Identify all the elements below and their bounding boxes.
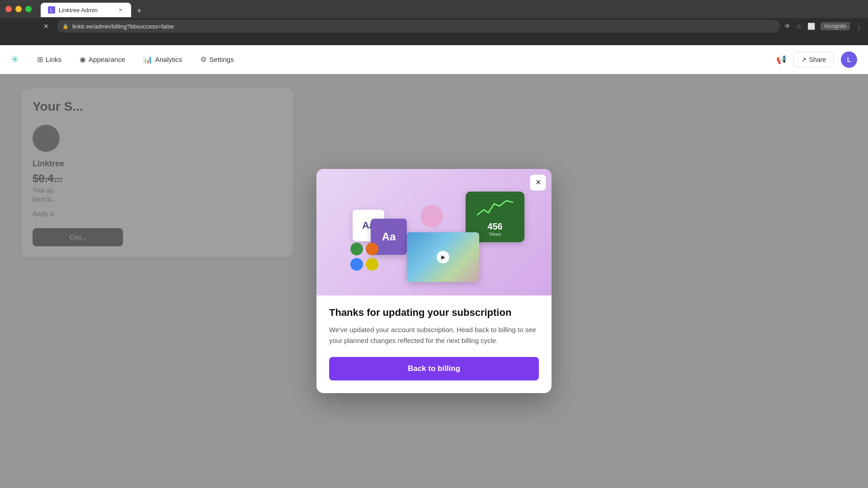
modal-overlay: ✕ Aa Aa [0, 74, 868, 488]
new-tab-btn[interactable]: + [133, 5, 146, 17]
user-avatar[interactable]: L [841, 52, 857, 68]
url-bar[interactable]: 🔒 linktr.ee/admin/billing?bbsuccess=fals… [57, 20, 780, 33]
address-bar: ← → ✕ 🔒 linktr.ee/admin/billing?bbsucces… [0, 18, 868, 34]
tab-close-btn[interactable]: ✕ [117, 6, 124, 14]
circle-yellow [366, 258, 378, 271]
illus-pink-circle [420, 205, 443, 228]
app-container: ✳ ⊞ Links ◉ Appearance 📊 Analytics ⚙ Set… [0, 45, 868, 488]
incognito-badge: Incognito [821, 22, 850, 30]
back-btn[interactable]: ← [5, 20, 18, 33]
illus-photo-card: ▶ [407, 232, 479, 282]
nav-item-settings[interactable]: ⚙ Settings [193, 52, 241, 67]
nav-item-analytics[interactable]: 📊 Analytics [136, 52, 189, 67]
reader-view-icon[interactable]: 👁 [784, 23, 791, 30]
play-button: ▶ [437, 251, 449, 263]
chart-number: 456 [487, 221, 502, 232]
nav-settings-label: Settings [209, 56, 234, 63]
close-icon: ✕ [535, 178, 541, 187]
circle-blue [350, 258, 363, 271]
circle-green [350, 243, 363, 255]
browser-titlebar: L Linktree Admin ✕ + [0, 0, 868, 18]
window-minimize-btn[interactable] [15, 6, 22, 12]
modal-title: Thanks for updating your subscription [329, 306, 539, 319]
links-icon: ⊞ [37, 55, 43, 64]
modal-body: Thanks for updating your subscription We… [316, 296, 552, 394]
back-to-billing-btn[interactable]: Back to billing [329, 357, 539, 380]
subscription-modal: ✕ Aa Aa [316, 169, 552, 394]
forward-btn[interactable]: → [23, 20, 35, 33]
nav-item-appearance[interactable]: ◉ Appearance [72, 52, 132, 67]
extension-icon[interactable]: ⬜ [807, 23, 815, 30]
modal-illustration: Aa Aa 456 [316, 169, 552, 296]
tab-favicon: L [48, 6, 55, 14]
tab-title: Linktree Admin [59, 7, 98, 14]
share-label: Share [809, 56, 826, 63]
linktree-logo: ✳ [11, 54, 19, 66]
modal-description: We've updated your account subscription.… [329, 324, 539, 346]
circle-orange [366, 243, 378, 255]
nav-links-label: Links [46, 56, 61, 63]
bookmark-icon[interactable]: ☆ [796, 23, 802, 30]
share-icon: ↗ [801, 56, 807, 63]
window-maximize-btn[interactable] [25, 6, 32, 12]
main-content: Your S... Linktree $0.4... Trial ap... N… [0, 74, 868, 488]
notification-icon[interactable]: 📢 [776, 55, 786, 65]
nav-item-links[interactable]: ⊞ Links [30, 52, 69, 67]
reload-btn[interactable]: ✕ [40, 20, 52, 33]
browser-chrome: L Linktree Admin ✕ + ← → ✕ 🔒 linktr.ee/a… [0, 0, 868, 45]
menu-icon[interactable]: ⋮ [855, 22, 863, 31]
nav-appearance-label: Appearance [89, 56, 125, 63]
illustration-container: Aa Aa 456 [316, 169, 552, 296]
nav-actions: 📢 ↗ Share L [776, 52, 857, 68]
analytics-chart [477, 197, 513, 220]
analytics-icon: 📊 [143, 55, 152, 64]
nav-analytics-label: Analytics [155, 56, 182, 63]
modal-close-btn[interactable]: ✕ [530, 174, 546, 191]
share-button[interactable]: ↗ Share [793, 52, 834, 67]
chart-label: Views [489, 232, 501, 237]
browser-actions: 👁 ☆ ⬜ Incognito ⋮ [784, 22, 863, 31]
color-circles [350, 243, 382, 271]
window-controls [5, 6, 32, 12]
lock-icon: 🔒 [62, 23, 69, 29]
app-nav: ✳ ⊞ Links ◉ Appearance 📊 Analytics ⚙ Set… [0, 45, 868, 74]
browser-tab-active[interactable]: L Linktree Admin ✕ [41, 3, 131, 17]
appearance-icon: ◉ [80, 55, 86, 64]
url-text: linktr.ee/admin/billing?bbsuccess=false [72, 23, 174, 30]
tab-bar: L Linktree Admin ✕ + [35, 1, 151, 17]
settings-icon: ⚙ [200, 55, 207, 64]
window-close-btn[interactable] [5, 6, 12, 12]
